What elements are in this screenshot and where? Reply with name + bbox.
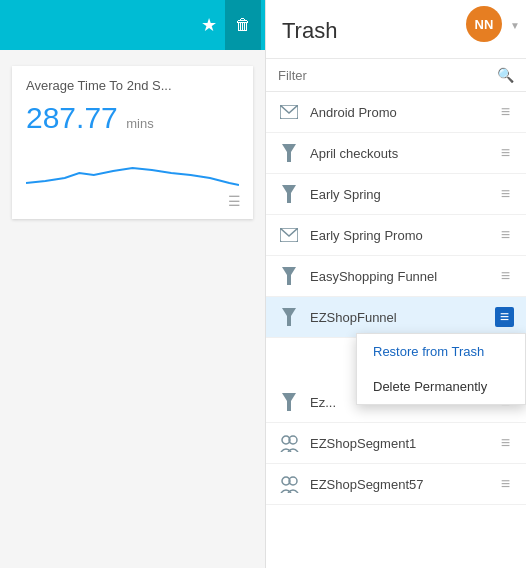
chart-unit: mins — [126, 116, 153, 131]
trash-icon-button[interactable]: 🗑 — [225, 0, 261, 50]
item-menu-button[interactable]: ≡ — [497, 102, 514, 122]
funnel-icon — [278, 265, 300, 287]
funnel-icon — [278, 183, 300, 205]
chart-menu-icon[interactable]: ☰ — [228, 193, 241, 209]
segment-icon — [278, 432, 300, 454]
funnel-icon — [278, 391, 300, 413]
chart-title: Average Time To 2nd S... — [26, 78, 239, 93]
chevron-down-icon: ▼ — [510, 20, 520, 31]
items-list: Android Promo ≡ April checkouts ≡ Early … — [266, 92, 526, 568]
icon-bar: ★ 🗑 — [193, 0, 261, 50]
chart-value-row: 287.77 mins — [26, 101, 239, 135]
item-label: April checkouts — [310, 146, 497, 161]
item-menu-button[interactable]: ≡ — [497, 433, 514, 453]
item-menu-button[interactable]: ≡ — [497, 143, 514, 163]
filter-input[interactable] — [278, 68, 493, 83]
svg-marker-4 — [282, 267, 296, 285]
funnel-icon — [278, 306, 300, 328]
item-label: EZShopSegment57 — [310, 477, 497, 492]
item-menu-button[interactable]: ≡ — [497, 184, 514, 204]
chart-svg — [26, 143, 239, 203]
funnel-icon — [278, 142, 300, 164]
item-menu-button[interactable]: ≡ — [497, 474, 514, 494]
item-label: Early Spring — [310, 187, 497, 202]
svg-marker-6 — [282, 393, 296, 411]
page-title: Trash — [282, 18, 337, 44]
list-item[interactable]: Android Promo ≡ — [266, 92, 526, 133]
list-item[interactable]: EasyShopping Funnel ≡ — [266, 256, 526, 297]
star-button[interactable]: ★ — [193, 8, 225, 42]
list-item[interactable]: Early Spring ≡ — [266, 174, 526, 215]
restore-from-trash-button[interactable]: Restore from Trash — [357, 334, 525, 369]
item-label: EZShopSegment1 — [310, 436, 497, 451]
list-item[interactable]: April checkouts ≡ — [266, 133, 526, 174]
search-icon: 🔍 — [497, 67, 514, 83]
list-item[interactable]: Early Spring Promo ≡ — [266, 215, 526, 256]
filter-bar: 🔍 — [266, 59, 526, 92]
svg-marker-1 — [282, 144, 296, 162]
delete-permanently-button[interactable]: Delete Permanently — [357, 369, 525, 404]
list-item-active[interactable]: EZShopFunnel ≡ Restore from Trash Delete… — [266, 297, 526, 338]
chart-card: Average Time To 2nd S... 287.77 mins ☰ — [12, 66, 253, 219]
svg-marker-2 — [282, 185, 296, 203]
item-menu-button[interactable]: ≡ — [497, 266, 514, 286]
chart-value: 287.77 — [26, 101, 118, 134]
item-menu-button[interactable]: ≡ — [497, 225, 514, 245]
avatar-button[interactable]: NN — [466, 6, 502, 42]
item-label: EasyShopping Funnel — [310, 269, 497, 284]
email-icon — [278, 224, 300, 246]
item-label: EZShopFunnel — [310, 310, 495, 325]
list-item[interactable]: EZShopSegment57 ≡ — [266, 464, 526, 505]
item-label: Android Promo — [310, 105, 497, 120]
segment-icon — [278, 473, 300, 495]
item-menu-button-active[interactable]: ≡ — [495, 307, 514, 327]
context-menu: Restore from Trash Delete Permanently — [356, 333, 526, 405]
right-panel: NN ▼ Trash 🔍 Android Promo ≡ April check… — [265, 0, 526, 568]
email-icon — [278, 101, 300, 123]
svg-marker-5 — [282, 308, 296, 326]
item-label: Early Spring Promo — [310, 228, 497, 243]
top-bar: ★ 🗑 — [0, 0, 265, 50]
list-item[interactable]: EZShopSegment1 ≡ — [266, 423, 526, 464]
left-panel: ★ 🗑 Average Time To 2nd S... 287.77 mins… — [0, 0, 265, 568]
